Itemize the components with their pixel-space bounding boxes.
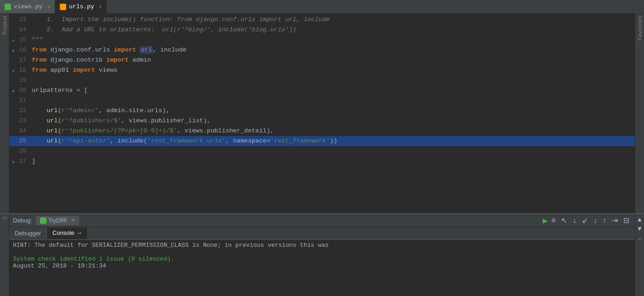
scroll-down-btn[interactable]: ▼ (638, 225, 641, 233)
kw-import-17: import (106, 57, 129, 63)
debug-menu-btn[interactable]: ≡ (550, 216, 558, 225)
line-num-17: 17 (9, 55, 30, 65)
tab-views-close[interactable]: ✕ (47, 4, 50, 10)
debug-tab-icon (40, 217, 46, 224)
code-line-15: ▼ 15 """ (9, 35, 635, 45)
tab-console-label: Console → (52, 229, 82, 236)
line-num-22: 22 (9, 106, 30, 116)
url-fn-23: url (46, 117, 58, 124)
console-line-2: System check identified 1 issue (0 silen… (13, 256, 631, 262)
line-content-18: from app01 import views (30, 65, 635, 75)
tab-debugger[interactable]: Debugger (9, 228, 47, 239)
favorites-label: Favorites (637, 16, 643, 40)
debug-left-sidebar: 2 (0, 214, 9, 296)
console-content: HINT: The default for SERIALIZER_PERMISS… (9, 240, 635, 296)
debug-step-into-btn[interactable]: ↙ (580, 216, 590, 225)
console-line-0: HINT: The default for SERIALIZER_PERMISS… (13, 242, 631, 249)
line-content-27: ] (30, 156, 635, 166)
debug-step-down-btn[interactable]: ↓ (571, 216, 578, 225)
kw-import-18: import (73, 67, 95, 74)
debug-evaluate-btn[interactable]: ⇥ (610, 216, 620, 225)
line-num-14: 14 (9, 25, 30, 35)
code-line-21: 21 (9, 96, 635, 106)
project-label: Project (2, 16, 7, 34)
scroll-up-btn[interactable]: ▲ (638, 216, 641, 223)
line-content-21 (30, 96, 635, 106)
code-line-13: 13 1. Import the include() function: fro… (9, 15, 635, 25)
tab-views[interactable]: views.py ✕ (0, 0, 55, 13)
debug-session-tab[interactable]: TryDRF ✕ (36, 216, 80, 225)
line-content-25: url(r'^api-auth/', include('rest_framewo… (30, 136, 635, 146)
code-line-27: ▼ 27 ] (9, 156, 635, 166)
debug-step-out-btn[interactable]: ↓ (592, 216, 599, 225)
triple-quote-15: """ (32, 36, 43, 43)
tab-views-label: views.py (14, 3, 42, 10)
editor-num-label: 2 (2, 216, 7, 219)
left-sidebar: Project (0, 14, 9, 213)
line-num-24: 24 (9, 126, 30, 136)
fold-icon-27[interactable]: ▼ (12, 158, 15, 168)
code-line-25: 25 url(r'^api-auth/', include('rest_fram… (9, 136, 635, 146)
line-content-24: url(r'^publishers/(?P<pk>[0-9]+)/$', vie… (30, 126, 635, 136)
line-content-23: url(r'^publishers/$', views.publisher_li… (30, 116, 635, 126)
str-25c: 'rest_framework' (270, 137, 330, 144)
debug-session-label: TryDRF (48, 217, 68, 224)
line-content-15: """ (30, 35, 635, 45)
debug-run-to-btn[interactable]: ↑ (601, 216, 608, 225)
main-content: Project 13 1. Import the include() funct… (0, 14, 644, 213)
debug-label: Debug: (13, 217, 32, 224)
line-num-26: 26 (9, 146, 30, 156)
line-content-20: urlpatterns = [ (30, 85, 635, 96)
line-num-16: ▼ 16 (9, 45, 30, 55)
collapse-btn[interactable]: — (638, 236, 641, 243)
kw-from-17: from (32, 57, 46, 63)
str-25a: r'^api-auth/' (62, 137, 110, 144)
code-editor[interactable]: 13 1. Import the include() function: fro… (9, 14, 635, 213)
views-icon (5, 4, 11, 10)
code-line-24: 24 url(r'^publishers/(?P<pk>[0-9]+)/$', … (9, 126, 635, 136)
code-line-20: ▼ 20 urlpatterns = [ (9, 85, 635, 96)
str-25b: 'rest_framework.urls' (147, 137, 225, 144)
debug-toolbar: ▶ ≡ ↖ ↓ ↙ ↓ ↑ ⇥ ⊟ (543, 216, 631, 226)
console-line-1 (13, 249, 631, 256)
code-line-16: ▼ 16 from django.conf.urls import url, i… (9, 45, 635, 55)
str-23: r'^publishers/$' (62, 117, 121, 124)
tab-urls-close[interactable]: ✕ (99, 4, 102, 10)
urls-icon (60, 4, 66, 10)
code-line-23: 23 url(r'^publishers/$', views.publisher… (9, 116, 635, 126)
debug-watches-btn[interactable]: ⊟ (621, 216, 631, 225)
url-fn-25: url (46, 137, 58, 144)
code-line-14: 14 2. Add a URL to urlpatterns: url(r'^b… (9, 25, 635, 35)
line-content-22: url(r'^admin/', admin.site.urls), (30, 106, 635, 116)
editor-container: 13 1. Import the include() function: fro… (9, 14, 635, 213)
tab-urls-label: urls.py (69, 3, 94, 10)
debug-tab-close[interactable]: ✕ (71, 217, 75, 223)
tab-urls[interactable]: urls.py ✕ (55, 0, 107, 13)
tab-console[interactable]: Console → (47, 228, 88, 239)
right-sidebar-editor: Favorites (635, 14, 644, 213)
line-num-15: ▼ 15 (9, 35, 30, 45)
str-24: r'^publishers/(?P<pk>[0-9]+)/$' (62, 127, 177, 134)
console-line-3: August 25, 2018 - 19:21:34 (13, 262, 631, 269)
line-num-19: 19 (9, 75, 30, 85)
line-content-16: from django.conf.urls import url, includ… (30, 45, 635, 55)
kw-import-16: import (114, 46, 136, 53)
url-fn-22: url (46, 107, 58, 114)
debug-play-btn[interactable]: ▶ (543, 216, 548, 226)
kw-from-18: from (32, 67, 46, 74)
line-content-26 (30, 146, 635, 156)
url-highlight-16: url (140, 46, 153, 54)
url-fn-24: url (46, 127, 58, 134)
comment-13: 1. Import the include() function: from d… (32, 16, 330, 23)
line-num-20: ▼ 20 (9, 85, 30, 96)
line-content-14: 2. Add a URL to urlpatterns: url(r'^blog… (30, 25, 635, 35)
debug-step-over-btn[interactable]: ↖ (559, 216, 569, 225)
debug-top-bar: Debug: TryDRF ✕ ▶ ≡ ↖ ↓ ↙ ↓ ↑ ⇥ ⊟ (9, 214, 635, 227)
line-num-25: 25 (9, 136, 30, 146)
code-line-22: 22 url(r'^admin/', admin.site.urls), (9, 106, 635, 116)
kw-from-16: from (32, 46, 46, 53)
code-line-17: 17 from django.contrib import admin (9, 55, 635, 65)
code-line-26: 26 (9, 146, 635, 156)
comment-14: 2. Add a URL to urlpatterns: url(r'^blog… (32, 26, 296, 33)
debug-tabs-row: Debugger Console → (9, 227, 635, 240)
